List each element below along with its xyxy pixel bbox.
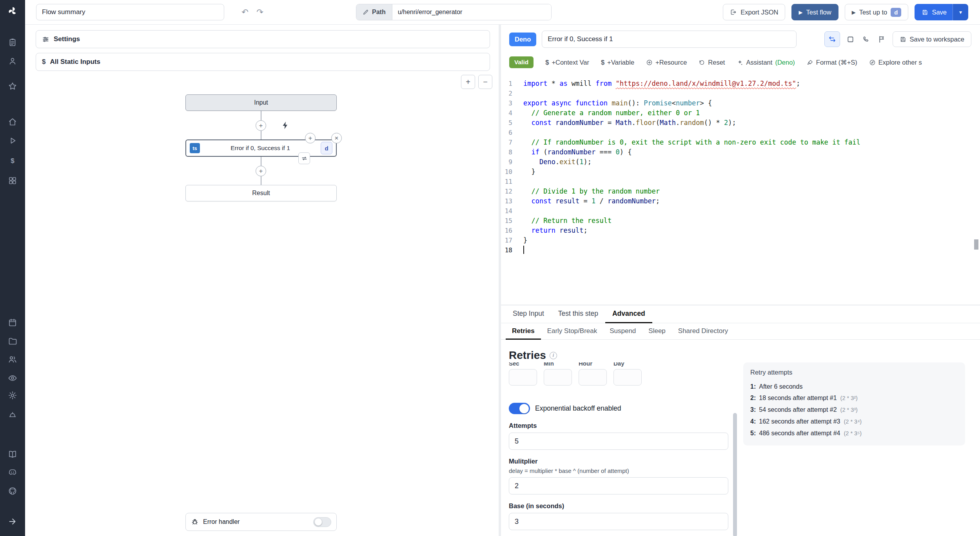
clipboard-icon[interactable] <box>8 38 17 47</box>
flow-node-step[interactable]: ts Error if 0, Success if 1 d <box>185 139 337 157</box>
retry-attempt-item: 5:486 seconds after attempt #4(2 * 3⁵) <box>750 427 958 439</box>
valid-badge: Valid <box>509 56 534 68</box>
star-icon[interactable] <box>8 81 17 91</box>
test-up-to-step-chip: d <box>891 8 901 17</box>
zoom-out-button[interactable]: − <box>478 75 492 89</box>
compass-icon <box>869 59 876 66</box>
retry-sec-input[interactable] <box>509 369 537 386</box>
exponential-backoff-row: Exponential backoff enabled <box>509 403 728 414</box>
retry-hour-input[interactable] <box>579 369 607 386</box>
code-editor[interactable]: 123456789101112131415161718 import * as … <box>501 71 980 305</box>
zoom-in-button[interactable]: + <box>461 75 475 89</box>
subtab-shared-directory[interactable]: Shared Directory <box>672 323 735 340</box>
retry-min-input[interactable] <box>544 369 572 386</box>
bug-icon <box>191 518 199 526</box>
add-step-button[interactable]: + <box>256 120 266 131</box>
gear-icon[interactable] <box>8 391 17 400</box>
folder-icon[interactable] <box>8 336 17 346</box>
path-label: Path <box>356 4 392 20</box>
save-button[interactable]: Save <box>915 4 953 20</box>
save-dropdown-button[interactable]: ▾ <box>953 4 968 20</box>
retry-attempt-item: 3:54 seconds after attempt #2(2 * 3³) <box>750 404 958 416</box>
format-button[interactable]: Format (⌘+S) <box>807 59 857 66</box>
delete-step-button[interactable]: × <box>331 133 342 143</box>
eye-icon[interactable] <box>8 373 17 383</box>
error-handler-toggle[interactable] <box>313 517 331 527</box>
reset-button[interactable]: Reset <box>699 59 725 66</box>
repeat-icon <box>301 155 308 162</box>
time-unit-label: Min <box>544 362 572 368</box>
code-lines[interactable]: import * as wmill from "https://deno.lan… <box>520 79 980 305</box>
save-icon <box>900 36 906 43</box>
add-branch-button[interactable]: + <box>305 133 316 143</box>
multiplier-input[interactable] <box>509 477 728 494</box>
add-context-var-button[interactable]: $ +Context Var <box>545 59 589 66</box>
subtab-early-stop[interactable]: Early Stop/Break <box>541 323 604 340</box>
step-editor-panel: Deno <box>501 25 980 536</box>
dollar-icon: $ <box>42 58 45 66</box>
tab-advanced[interactable]: Advanced <box>605 305 652 323</box>
swap-view-button[interactable] <box>824 31 840 47</box>
test-up-to-button[interactable]: ▶ Test up to d <box>845 4 909 20</box>
calendar-icon[interactable] <box>8 318 17 327</box>
apps-icon[interactable] <box>8 176 17 185</box>
collapse-arrow-icon[interactable] <box>8 517 17 526</box>
step-name-input[interactable] <box>542 31 797 48</box>
export-json-button[interactable]: Export JSON <box>723 4 785 20</box>
error-handler-row[interactable]: Error handler <box>185 513 337 531</box>
content-split: Settings $ All Static Inputs + − Input + <box>25 25 980 536</box>
dollar-icon[interactable]: $ <box>8 156 17 165</box>
github-icon[interactable] <box>8 486 17 496</box>
home-icon[interactable] <box>8 117 17 127</box>
play-icon: ▶ <box>799 10 802 15</box>
tab-step-input[interactable]: Step Input <box>506 305 551 323</box>
assistant-button[interactable]: Assistant (Deno) <box>737 59 795 66</box>
subtab-retries[interactable]: Retries <box>506 323 541 340</box>
users-icon[interactable] <box>8 355 17 364</box>
test-flow-button[interactable]: ▶ Test flow <box>791 4 838 20</box>
fullscreen-button[interactable] <box>846 34 856 44</box>
subtab-suspend[interactable]: Suspend <box>603 323 642 340</box>
flow-node-input[interactable]: Input <box>185 94 337 111</box>
add-step-button[interactable]: + <box>256 166 266 176</box>
retry-day-input[interactable] <box>613 369 642 386</box>
discord-icon[interactable] <box>8 467 17 477</box>
trigger-bolt-icon[interactable] <box>281 121 290 130</box>
time-unit-label: Hour <box>579 362 607 368</box>
flow-node-result[interactable]: Result <box>185 185 337 201</box>
add-variable-button[interactable]: $ +Variable <box>601 59 634 66</box>
editor-header-icons: Save to workspace <box>824 31 971 47</box>
book-icon[interactable] <box>8 449 17 459</box>
path-input[interactable] <box>392 4 551 20</box>
subtab-sleep[interactable]: Sleep <box>642 323 671 340</box>
error-handler-label: Error handler <box>203 518 309 525</box>
info-icon[interactable]: i <box>550 352 557 359</box>
play-icon[interactable] <box>8 136 17 145</box>
explore-scripts-button[interactable]: Explore other s <box>869 59 922 66</box>
base-input[interactable] <box>509 513 728 530</box>
hard-hat-icon[interactable] <box>8 410 17 420</box>
tab-test-this-step[interactable]: Test this step <box>551 305 605 323</box>
add-resource-button[interactable]: +Resource <box>646 59 687 66</box>
sparkle-icon <box>737 59 743 66</box>
flow-settings-row[interactable]: Settings <box>36 30 490 48</box>
path-label-text: Path <box>372 9 386 16</box>
flow-summary-input[interactable] <box>36 4 224 20</box>
redo-button[interactable]: ↷ <box>252 5 267 20</box>
save-to-workspace-button[interactable]: Save to workspace <box>893 31 971 47</box>
exponential-backoff-toggle[interactable] <box>509 403 530 414</box>
user-icon[interactable] <box>8 56 17 66</box>
retries-title-row: Retries i <box>509 349 728 362</box>
windmill-logo-icon[interactable] <box>8 6 17 16</box>
attempts-input[interactable] <box>509 433 728 450</box>
undo-button[interactable]: ↶ <box>238 5 252 20</box>
flag-button[interactable] <box>877 34 887 44</box>
phone-button[interactable] <box>861 34 871 44</box>
scrollbar-thumb[interactable] <box>733 413 737 536</box>
reset-icon <box>699 59 705 66</box>
retry-indicator-button[interactable] <box>298 152 310 164</box>
static-inputs-row[interactable]: $ All Static Inputs <box>36 53 490 71</box>
flow-canvas[interactable]: + − Input + ts Error if 0, Success if 1 … <box>25 71 499 536</box>
left-nav-sidebar: $ <box>0 0 25 536</box>
retry-attempt-item: 1:After 6 seconds <box>750 381 958 392</box>
